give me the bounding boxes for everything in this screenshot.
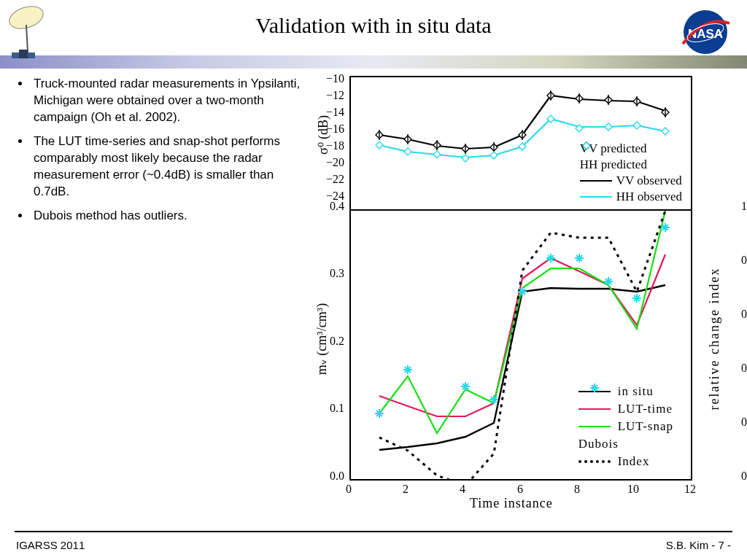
satellite-icon (4, 4, 55, 70)
footer: IGARSS 2011 S.B. Kim - 7 - (0, 539, 747, 551)
chart2-legend: in situ LUT-time LUT-snap Dubois Index (578, 383, 673, 470)
footer-left: IGARSS 2011 (16, 539, 85, 551)
svg-rect-4 (28, 52, 35, 58)
bullet-list: Truck-mounted radar measurements in Ypsi… (25, 76, 302, 506)
footer-right: S.B. Kim - 7 - (666, 539, 731, 551)
chart2-ylabel-left: mᵥ (cm³/cm³) (314, 303, 330, 375)
charts-panel: σ⁰ (dB) mᵥ (cm³/cm³) relative change ind… (302, 76, 735, 506)
svg-rect-3 (12, 52, 19, 58)
chart2-ylabel-right: relative change index (708, 268, 723, 411)
chart-xlabel: Time instance (470, 496, 553, 511)
bullet-item: Truck-mounted radar measurements in Ypsi… (31, 76, 302, 126)
nasa-logo: NASA (677, 9, 734, 56)
header-bar (0, 55, 747, 69)
slide-title: Validation with in situ data (0, 0, 747, 51)
chart-sigma0: VV predicted HH predicted VV observed HH… (349, 76, 692, 211)
chart1-yticks: −10−12−14−16−18−20−22−24 (309, 70, 344, 204)
chart-mv: in situ LUT-time LUT-snap Dubois Index (349, 211, 692, 481)
footer-rule (15, 531, 732, 532)
svg-line-1 (26, 25, 28, 52)
bullet-item: The LUT time-series and snap-shot perfor… (31, 133, 302, 201)
bullet-item: Dubois method has outliers. (31, 208, 302, 225)
chart1-legend: VV predicted HH predicted VV observed HH… (580, 141, 682, 205)
svg-rect-2 (19, 50, 28, 58)
